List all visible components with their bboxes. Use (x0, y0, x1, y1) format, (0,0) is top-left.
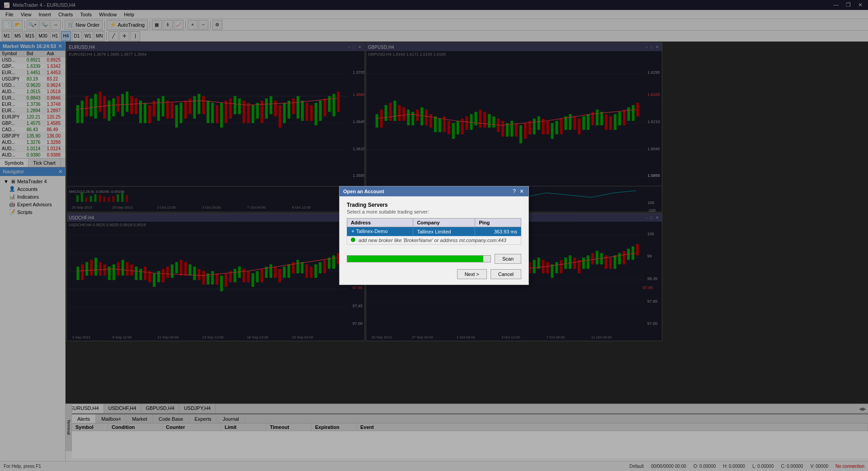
modal-section-sub: Select a more suitable trading server: (347, 209, 521, 214)
next-button[interactable]: Next > (457, 269, 487, 279)
server-add-text: add new broker like 'BrokerName' or addr… (347, 236, 521, 245)
modal-title-btns: ? ✕ (512, 188, 525, 195)
th-ping: Ping (475, 219, 521, 227)
modal-help-btn[interactable]: ? (512, 188, 517, 195)
modal-overlay: Open an Account ? ✕ Trading Servers Sele… (0, 0, 868, 471)
modal-footer: Scan (340, 254, 528, 269)
modal-bottom-footer: Next > Cancel (340, 269, 528, 285)
modal-body: Trading Servers Select a more suitable t… (340, 196, 528, 254)
server-address-1: ✦ Tallinex-Demo (347, 227, 413, 236)
th-company: Company (413, 219, 475, 227)
modal-title: Open an Account (343, 189, 384, 194)
cancel-button[interactable]: Cancel (491, 269, 521, 279)
progress-fill (347, 256, 483, 262)
open-account-modal: Open an Account ? ✕ Trading Servers Sele… (339, 186, 529, 285)
server-ping-1: 363.93 ms (475, 227, 521, 236)
server-table: Address Company Ping ✦ Tallinex-Demo Tal… (347, 218, 521, 245)
scan-button[interactable]: Scan (495, 254, 521, 264)
th-address: Address (347, 219, 413, 227)
modal-section-title: Trading Servers (347, 202, 521, 208)
server-row-selected[interactable]: ✦ Tallinex-Demo Tallinex Limited 363.93 … (347, 227, 521, 236)
progress-bar (347, 255, 491, 262)
add-broker-icon (351, 238, 355, 242)
server-add-row[interactable]: add new broker like 'BrokerName' or addr… (347, 236, 521, 245)
server-company-1: Tallinex Limited (413, 227, 475, 236)
server-icon-1: ✦ (351, 228, 355, 234)
modal-titlebar: Open an Account ? ✕ (340, 186, 528, 196)
modal-close-btn[interactable]: ✕ (519, 188, 525, 195)
